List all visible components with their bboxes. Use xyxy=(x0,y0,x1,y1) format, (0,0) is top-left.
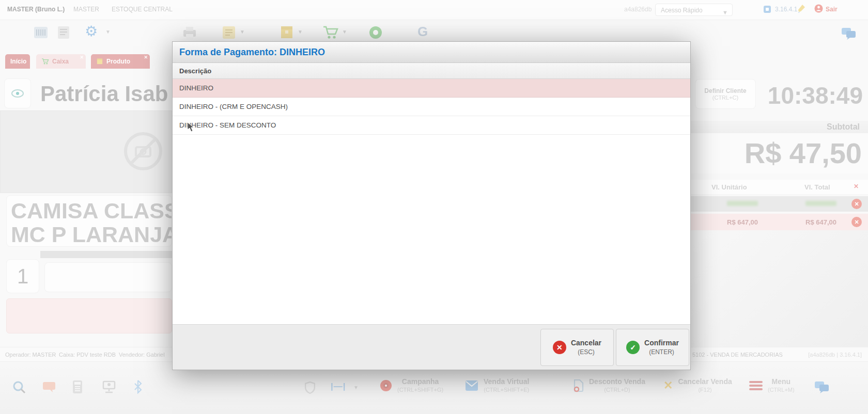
stock-location: ESTOQUE CENTRAL xyxy=(112,6,173,13)
chevron-down-icon[interactable]: ▼ xyxy=(298,29,303,35)
confirm-button[interactable]: ✓ Confirmar (ENTER) xyxy=(616,329,689,366)
status-register: Caixa: PDV teste RDB xyxy=(59,352,116,358)
status-operator: Operador: MASTER xyxy=(5,352,56,358)
campaign-icon xyxy=(380,379,392,392)
menu-button[interactable]: Menu (CTRL+M) xyxy=(749,377,795,394)
remove-item-icon[interactable]: ✕ xyxy=(851,217,862,227)
cart-icon[interactable] xyxy=(322,25,339,40)
barcode-icon[interactable] xyxy=(33,25,49,40)
close-icon[interactable]: ✕ xyxy=(854,183,859,190)
chevron-down-icon[interactable]: ▼ xyxy=(240,29,245,35)
green-circle-icon[interactable] xyxy=(368,25,383,40)
description-column-header: Descrição xyxy=(173,63,690,79)
option-label: DINHEIRO - (CRM E OPENCASH) xyxy=(179,103,288,110)
confirm-check-icon: ✓ xyxy=(626,341,640,354)
discount-tag-icon xyxy=(572,379,584,392)
tab-produto[interactable]: Produto ✕ xyxy=(91,54,150,69)
calculator-icon[interactable] xyxy=(72,380,83,394)
product-name-box: CAMISA CLASS MC P LARANJA xyxy=(6,195,172,247)
printer-icon[interactable] xyxy=(182,26,197,40)
subtotal-value: R$ 47,50 xyxy=(745,136,862,170)
define-client-button[interactable]: Definir Cliente (CTRL+C) xyxy=(695,79,756,109)
cancel-sale-shortcut: (F12) xyxy=(678,386,732,394)
remove-item-icon[interactable]: ✕ xyxy=(851,199,862,209)
obscured-value xyxy=(727,201,758,206)
hamburger-icon xyxy=(749,379,763,392)
profile-name: MASTER xyxy=(73,6,99,13)
google-icon[interactable]: G xyxy=(417,24,428,40)
chat-icon[interactable] xyxy=(841,27,857,40)
cancel-x-icon: ✕ xyxy=(553,341,566,354)
item-row[interactable]: ✕ xyxy=(691,196,868,212)
close-icon[interactable]: ✕ xyxy=(80,55,84,60)
subtotal-panel: R$ 47,50 xyxy=(691,133,868,173)
items-header: Vl. Unitário Vl. Total ✕ xyxy=(691,180,868,195)
define-client-shortcut: (CTRL+C) xyxy=(712,94,738,101)
payment-method-dialog: Forma de Pagamento: DINHEIRO Descrição D… xyxy=(172,41,691,370)
cancel-sale-icon: ✕ xyxy=(663,379,673,392)
payment-option-dinheiro-sem-desconto[interactable]: DINHEIRO - SEM DESCONTO xyxy=(173,116,690,135)
menu-shortcut: (CTRL+M) xyxy=(768,386,795,394)
brush-icon[interactable] xyxy=(797,4,805,13)
version-icon xyxy=(764,6,771,13)
payment-option-dinheiro[interactable]: DINHEIRO xyxy=(173,79,690,98)
package-icon[interactable] xyxy=(279,25,295,40)
eye-icon xyxy=(11,89,24,98)
shield-icon[interactable] xyxy=(305,381,315,394)
virtual-sale-button[interactable]: Venda Virtual (CTRL+SHIFT+E) xyxy=(465,377,529,394)
side-image xyxy=(691,230,868,347)
virtual-sale-shortcut: (CTRL+SHIFT+E) xyxy=(484,386,529,394)
logout-button[interactable]: Sair xyxy=(826,6,838,13)
workstation-icon[interactable] xyxy=(102,380,116,393)
toggle-view-button[interactable] xyxy=(4,78,31,108)
product-name-line2: MC P LARANJA xyxy=(11,222,172,246)
chevron-down-icon[interactable]: ▼ xyxy=(105,29,111,35)
bluetooth-icon[interactable] xyxy=(133,379,143,394)
sale-discount-label: Desconto Venda xyxy=(589,377,645,386)
campaign-label: Campanha xyxy=(397,377,443,386)
logged-user: MASTER (Bruno L.) xyxy=(7,6,65,13)
barcode-input[interactable] xyxy=(44,262,172,292)
list-icon[interactable] xyxy=(221,25,237,40)
session-id: a4a826db xyxy=(624,6,652,13)
tab-caixa[interactable]: Caixa ✕ xyxy=(36,54,86,69)
package-icon xyxy=(96,58,103,65)
chevron-down-icon: ▼ xyxy=(722,6,728,19)
cancel-shortcut: (ESC) xyxy=(578,348,595,356)
sale-discount-button[interactable]: Desconto Venda (CTRL+D) xyxy=(572,377,645,394)
confirm-shortcut: (ENTER) xyxy=(649,348,674,356)
cancel-button[interactable]: ✕ Cancelar (ESC) xyxy=(540,329,614,366)
quantity-field[interactable]: 1 xyxy=(6,259,39,293)
campaign-button[interactable]: Campanha (CTRL+SHIFT+G) xyxy=(380,377,443,394)
status-operation: 5102 - VENDA DE MERCADORIAS xyxy=(692,352,783,358)
quick-access-dropdown[interactable]: Acesso Rápido ▼ xyxy=(655,4,733,16)
sale-discount-shortcut: (CTRL+D) xyxy=(589,386,645,394)
tab-inicio[interactable]: Início xyxy=(5,54,30,69)
payment-option-dinheiro-crm-opencash[interactable]: DINHEIRO - (CRM E OPENCASH) xyxy=(173,98,690,116)
chevron-down-icon[interactable]: ▼ xyxy=(342,29,347,35)
subtotal-label: Subtotal xyxy=(827,122,860,132)
cancel-sale-label: Cancelar Venda xyxy=(678,377,732,386)
ruler-range-icon[interactable]: |—| xyxy=(331,381,346,392)
item-row[interactable]: R$ 647,00 R$ 647,00 ✕ xyxy=(691,214,868,230)
cancel-sale-button[interactable]: ✕ Cancelar Venda (F12) xyxy=(663,377,732,394)
col-total: Vl. Total xyxy=(804,183,830,191)
virtual-sale-label: Venda Virtual xyxy=(484,377,529,386)
total-price: R$ 647,00 xyxy=(805,218,836,226)
campaign-shortcut: (CTRL+SHIFT+G) xyxy=(397,386,443,394)
virtual-sale-icon xyxy=(465,380,478,391)
status-session-info: [a4a826db | 3.16.4.1] xyxy=(808,352,862,358)
receipt-icon[interactable] xyxy=(56,25,71,40)
chevron-down-icon[interactable]: ▼ xyxy=(353,385,359,390)
search-icon[interactable] xyxy=(12,380,26,394)
chat-icon[interactable] xyxy=(814,380,830,394)
mouse-cursor xyxy=(187,122,194,132)
tab-label: Início xyxy=(10,58,26,65)
settings-gear-icon[interactable]: ⚙ xyxy=(85,23,98,40)
no-photo-icon xyxy=(122,131,164,172)
logout-icon xyxy=(814,4,823,13)
message-icon[interactable] xyxy=(42,381,56,393)
cancel-label: Cancelar xyxy=(571,339,601,347)
close-icon[interactable]: ✕ xyxy=(144,55,148,60)
payment-value-box xyxy=(6,298,172,333)
